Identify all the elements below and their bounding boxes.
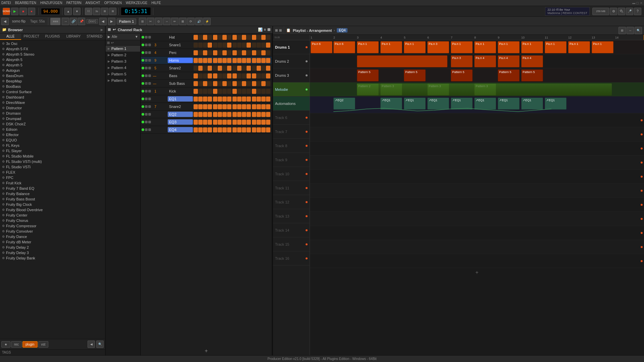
pattern-block[interactable]: Pa.n 1 [474, 41, 496, 53]
step[interactable] [266, 120, 270, 125]
pattern-block[interactable]: Pattern 5 [357, 69, 379, 81]
track-label-8[interactable]: Track 8 [273, 139, 310, 153]
pattern-block[interactable]: Pa.n 4 [498, 55, 520, 67]
list-item[interactable]: ⚙Distructor [0, 105, 105, 111]
browser-item-fruity-balance[interactable]: ⚙Fruity Balance [0, 191, 105, 196]
channel-name-horns[interactable]: Horns [168, 58, 193, 63]
step[interactable] [257, 66, 261, 71]
pattern-item-1[interactable]: ▶Pattern 1 [106, 46, 140, 52]
channel-name-perc[interactable]: Perc [168, 50, 193, 55]
step[interactable] [227, 35, 231, 40]
step[interactable] [194, 89, 198, 94]
step[interactable] [208, 120, 212, 125]
active-btn[interactable] [142, 128, 144, 131]
ch-ctrl-1[interactable]: 📊 [258, 27, 263, 32]
list-item[interactable]: ⚙FL Studio VSTi (multi) [0, 159, 105, 164]
sb-tab-plugin[interactable]: plugin [22, 341, 38, 348]
step[interactable] [252, 43, 256, 48]
step[interactable] [261, 120, 266, 125]
step[interactable] [194, 112, 198, 117]
channel-name-eq2[interactable]: EQ2 [168, 112, 193, 117]
step[interactable] [213, 120, 217, 125]
pattern-item-5[interactable]: ▶Pattern 5 [106, 71, 140, 77]
step[interactable] [232, 43, 237, 48]
list-item[interactable]: ⚙Fruity Compressor [0, 223, 105, 229]
track-label-10[interactable]: Track 10 [273, 167, 310, 181]
step[interactable] [252, 89, 256, 94]
pl-btn-1[interactable]: ⊞ [619, 27, 626, 34]
step[interactable] [208, 104, 212, 109]
step[interactable] [213, 35, 217, 40]
solo-btn[interactable] [148, 67, 151, 69]
edit-btn-8[interactable]: 🔊 [195, 18, 203, 25]
step[interactable] [227, 127, 231, 132]
pattern-header-arrow[interactable]: ▼ [135, 35, 138, 39]
step[interactable] [208, 35, 212, 40]
step[interactable] [266, 89, 270, 94]
list-item[interactable]: ⚙FL Slayer [0, 148, 105, 154]
step[interactable] [198, 127, 203, 132]
step[interactable] [198, 97, 203, 102]
step[interactable] [266, 104, 270, 109]
add-track-button[interactable]: + [310, 268, 644, 277]
channel-name-eq1[interactable]: EQ1 [168, 96, 193, 102]
step[interactable] [242, 73, 246, 78]
list-item[interactable]: ⚙3x Osc [0, 41, 105, 46]
menu-pattern[interactable]: PATTERN [66, 1, 82, 5]
browser-item-fruity-delay3[interactable]: ⚙Fruity Delay 3 [0, 250, 105, 255]
step[interactable] [213, 81, 217, 86]
browser-search-btn[interactable]: 🔍 [96, 341, 104, 348]
step[interactable] [227, 120, 231, 125]
step[interactable] [232, 58, 237, 63]
track-label-16[interactable]: Track 16 [273, 251, 310, 265]
channel-name-hat[interactable]: Hat [168, 35, 193, 40]
step[interactable] [208, 89, 212, 94]
step[interactable] [232, 120, 237, 125]
step[interactable] [213, 66, 217, 71]
step[interactable] [252, 81, 256, 86]
edit-btn-6[interactable]: ⊠ [179, 18, 186, 25]
list-item[interactable]: ⚙Fruity Delay 2 [0, 245, 105, 250]
step[interactable] [198, 73, 203, 78]
track-label-9[interactable]: Track 9 [273, 153, 310, 167]
pattern-block[interactable]: Pa.n 4 [474, 55, 496, 67]
step[interactable] [257, 81, 261, 86]
step[interactable] [227, 104, 231, 109]
solo-btn[interactable] [148, 82, 151, 85]
nav-back[interactable]: ◀ [1, 18, 9, 25]
list-item[interactable]: ⚙BooBass [0, 84, 105, 89]
list-item[interactable]: ⚙Absynth 5 FX [0, 46, 105, 52]
step[interactable] [218, 58, 222, 63]
step[interactable] [218, 35, 222, 40]
solo-btn[interactable] [148, 59, 151, 62]
step[interactable] [194, 104, 198, 109]
edit-btn-9[interactable]: ⚡ [203, 18, 211, 25]
pattern-jump-btn2[interactable]: ▼ [73, 8, 80, 15]
menu-bearbeiten[interactable]: BEARBEITEN [15, 1, 36, 5]
step[interactable] [203, 127, 207, 132]
pattern-block[interactable]: Pa.n 1 [568, 41, 590, 53]
step[interactable] [198, 112, 203, 117]
list-item[interactable]: ⚙Fruity Blood Overdrive [0, 207, 105, 213]
ch-ctrl-3[interactable]: ⊞ [267, 27, 270, 32]
step[interactable] [247, 97, 251, 102]
step[interactable] [222, 66, 227, 71]
menu-ansicht[interactable]: ANSICHT [86, 1, 100, 5]
step[interactable] [237, 104, 241, 109]
step[interactable] [242, 66, 246, 71]
menu-hilfe[interactable]: HILFE [151, 1, 161, 5]
step[interactable] [261, 97, 266, 102]
step[interactable] [222, 112, 227, 117]
step[interactable] [232, 66, 237, 71]
step[interactable] [237, 35, 241, 40]
step[interactable] [242, 104, 246, 109]
step[interactable] [266, 35, 270, 40]
step[interactable] [252, 73, 256, 78]
step[interactable] [237, 89, 241, 94]
list-item[interactable]: ⚙Edison [0, 127, 105, 132]
step[interactable] [222, 89, 227, 94]
step[interactable] [218, 97, 222, 102]
track-label-automations[interactable]: Automations [273, 97, 310, 111]
mute-btn[interactable] [145, 121, 148, 123]
mode-btn-4[interactable]: ⊞ [109, 8, 116, 15]
